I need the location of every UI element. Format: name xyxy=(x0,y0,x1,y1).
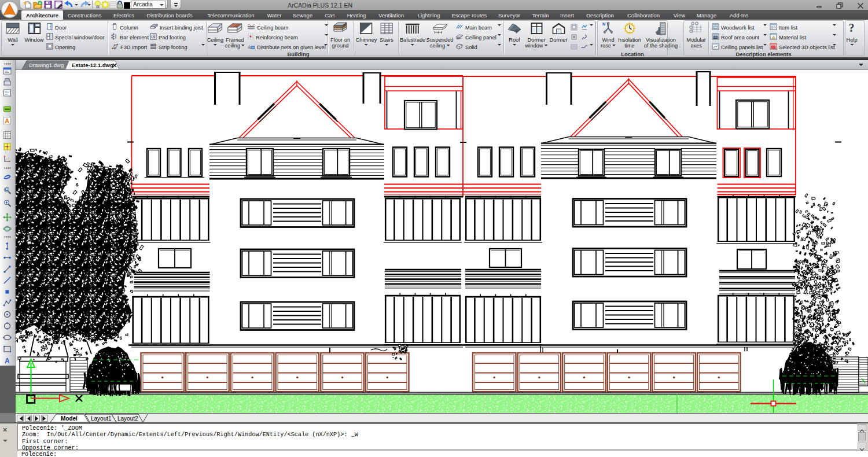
svg-text:?: ? xyxy=(848,21,854,34)
svg-text:n: n xyxy=(252,46,253,49)
svg-text:Drawing1.dwg: Drawing1.dwg xyxy=(29,62,64,68)
svg-text:Layout1: Layout1 xyxy=(91,415,112,422)
svg-text:A: A xyxy=(5,357,10,365)
svg-text:Estate-12.1.dwg: Estate-12.1.dwg xyxy=(72,62,113,68)
svg-text:Layout2: Layout2 xyxy=(117,415,138,422)
svg-text:F: F xyxy=(114,46,116,50)
svg-text:Model: Model xyxy=(61,415,78,422)
svg-text:A: A xyxy=(5,117,9,124)
svg-text:N: N xyxy=(602,22,605,26)
